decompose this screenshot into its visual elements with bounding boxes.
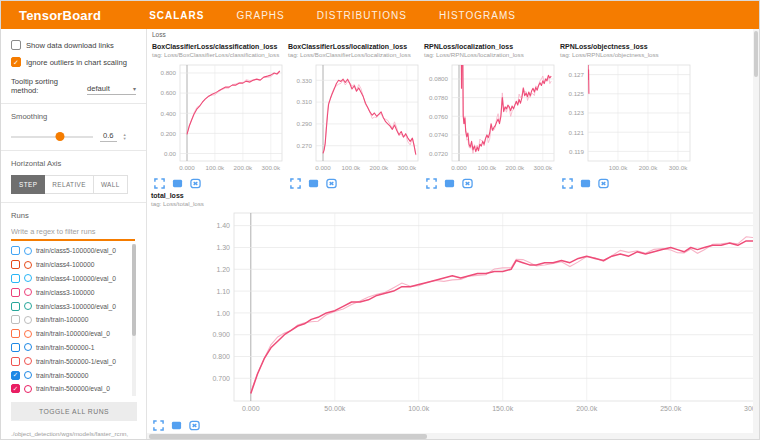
expand-icon[interactable] bbox=[290, 178, 301, 189]
run-checkbox[interactable] bbox=[11, 329, 20, 338]
chart-plot[interactable]: 0.000100.0k200.0k300.0k0.2700.2900.3100.… bbox=[286, 59, 422, 175]
log-scale-icon[interactable] bbox=[308, 178, 319, 189]
tab-graphs[interactable]: GRAPHS bbox=[236, 10, 284, 21]
expand-icon[interactable] bbox=[426, 178, 437, 189]
tooltip-sorting-dropdown[interactable]: default ▾ bbox=[87, 84, 136, 95]
runs-scrollbar-thumb[interactable] bbox=[132, 244, 136, 336]
main-horizontal-scrollbar[interactable] bbox=[147, 433, 759, 440]
run-row[interactable]: train/class3-100000 bbox=[11, 285, 136, 299]
run-color-circle[interactable] bbox=[24, 385, 32, 393]
svg-text:0.00: 0.00 bbox=[164, 150, 177, 157]
chart-card-total-loss: total_loss tag: Loss/total_loss 0.00050.… bbox=[149, 192, 759, 431]
fit-domain-icon[interactable] bbox=[598, 178, 609, 189]
main-horizontal-scrollbar-thumb[interactable] bbox=[149, 434, 427, 439]
run-row[interactable]: train/class5-100000/eval_0 bbox=[11, 244, 136, 258]
run-color-circle[interactable] bbox=[24, 274, 32, 282]
chart-title: total_loss bbox=[149, 192, 759, 200]
runs-filter-input[interactable] bbox=[11, 223, 135, 241]
run-row[interactable]: train/train-100000 bbox=[11, 313, 136, 327]
svg-text:0.000: 0.000 bbox=[315, 164, 331, 171]
run-color-circle[interactable] bbox=[24, 357, 32, 365]
ignore-outliers-row[interactable]: ✓ Ignore outliers in chart scaling bbox=[11, 57, 136, 67]
fit-domain-icon[interactable] bbox=[189, 420, 200, 431]
run-checkbox[interactable]: ✓ bbox=[11, 371, 20, 380]
log-scale-icon[interactable] bbox=[171, 420, 182, 431]
run-row[interactable]: train/class4-100000 bbox=[11, 258, 136, 272]
run-color-circle[interactable] bbox=[24, 330, 32, 338]
run-row[interactable]: train/train-500000-1/eval_0 bbox=[11, 354, 136, 368]
settings-sidebar: Show data download links ✓ Ignore outlie… bbox=[1, 29, 147, 440]
axis-relative-button[interactable]: RELATIVE bbox=[45, 175, 94, 194]
log-scale-icon[interactable] bbox=[444, 178, 455, 189]
svg-text:100.0k: 100.0k bbox=[609, 164, 628, 171]
run-color-circle[interactable] bbox=[24, 261, 32, 269]
chart-tag: tag: Loss/RPNLoss/objectness_loss bbox=[558, 51, 694, 59]
run-row[interactable]: train/class4-100000/eval_0 bbox=[11, 272, 136, 286]
logdir-path: ./object_detection/wgs/models/faster_rcn… bbox=[11, 429, 131, 440]
run-checkbox[interactable] bbox=[11, 302, 20, 311]
run-color-circle[interactable] bbox=[24, 288, 32, 296]
expand-icon[interactable] bbox=[562, 178, 573, 189]
chart-plot[interactable]: 0.00050.00k100.0k150.0k200.0k250.0k300.0… bbox=[149, 208, 759, 417]
smoothing-value-input[interactable]: 0.6 bbox=[100, 131, 117, 142]
slider-thumb[interactable] bbox=[56, 132, 65, 141]
chart-plot[interactable]: 0.000100.0k200.0k300.0k0.07200.07400.076… bbox=[422, 59, 558, 175]
svg-text:200.0k: 200.0k bbox=[234, 164, 253, 171]
show-download-links-row[interactable]: Show data download links bbox=[11, 40, 136, 50]
expand-icon[interactable] bbox=[154, 178, 165, 189]
fit-domain-icon[interactable] bbox=[462, 178, 473, 189]
svg-text:150.0k: 150.0k bbox=[492, 405, 514, 412]
run-color-circle[interactable] bbox=[24, 343, 32, 351]
show-download-links-checkbox[interactable] bbox=[11, 40, 21, 50]
tab-scalars[interactable]: SCALARS bbox=[149, 10, 204, 21]
runs-list[interactable]: train/class5-100000/eval_0train/class4-1… bbox=[11, 244, 136, 396]
run-row[interactable]: ✓train/train-500000/eval_0 bbox=[11, 382, 136, 396]
nav-tabs: SCALARS GRAPHS DISTRIBUTIONS HISTOGRAMS bbox=[149, 10, 516, 21]
tensorboard-window: TensorBoard SCALARS GRAPHS DISTRIBUTIONS… bbox=[0, 0, 760, 440]
run-checkbox[interactable] bbox=[11, 288, 20, 297]
expand-icon[interactable] bbox=[153, 420, 164, 431]
fit-domain-icon[interactable] bbox=[190, 178, 201, 189]
run-color-circle[interactable] bbox=[24, 371, 32, 379]
tab-histograms[interactable]: HISTOGRAMS bbox=[439, 10, 516, 21]
stepper-arrows-icon[interactable]: ▴▾ bbox=[124, 133, 126, 141]
run-checkbox[interactable]: ✓ bbox=[11, 384, 20, 393]
run-row[interactable]: ✓train/train-500000 bbox=[11, 368, 136, 382]
run-checkbox[interactable] bbox=[11, 260, 20, 269]
log-scale-icon[interactable] bbox=[172, 178, 183, 189]
chart-tag: tag: Loss/BoxClassifierLoss/classificati… bbox=[150, 51, 286, 59]
run-checkbox[interactable] bbox=[11, 357, 20, 366]
svg-text:300.0k: 300.0k bbox=[398, 164, 417, 171]
run-row[interactable]: train/train-500000-1 bbox=[11, 341, 136, 355]
run-label: train/train-100000 bbox=[36, 316, 88, 323]
fit-domain-icon[interactable] bbox=[326, 178, 337, 189]
svg-text:0.119: 0.119 bbox=[569, 148, 585, 155]
chart-plot[interactable]: 100.0k200.0k300.0k0.1190.1210.1230.1250.… bbox=[558, 59, 694, 175]
log-scale-icon[interactable] bbox=[580, 178, 591, 189]
main-vertical-scrollbar[interactable] bbox=[753, 29, 759, 440]
run-checkbox[interactable] bbox=[11, 246, 20, 255]
svg-text:0.700: 0.700 bbox=[212, 375, 230, 382]
ignore-outliers-checkbox[interactable]: ✓ bbox=[11, 57, 21, 67]
run-row[interactable]: train/train-100000/eval_0 bbox=[11, 327, 136, 341]
chart-plot[interactable]: 0.000100.0k200.0k300.0k0.000.2000.4000.6… bbox=[150, 59, 286, 175]
smoothing-slider[interactable] bbox=[11, 136, 93, 138]
svg-text:0.600: 0.600 bbox=[161, 89, 177, 96]
main-vertical-scrollbar-thumb[interactable] bbox=[754, 31, 758, 77]
run-checkbox[interactable] bbox=[11, 315, 20, 324]
run-color-circle[interactable] bbox=[24, 302, 32, 310]
run-row[interactable]: train/class3-100000/eval_0 bbox=[11, 299, 136, 313]
run-color-circle[interactable] bbox=[24, 316, 32, 324]
run-checkbox[interactable] bbox=[11, 343, 20, 352]
tooltip-sorting-value: default bbox=[87, 84, 110, 93]
axis-wall-button[interactable]: WALL bbox=[94, 175, 128, 194]
toggle-all-runs-button[interactable]: TOGGLE ALL RUNS bbox=[11, 402, 137, 421]
loss-group-label[interactable]: Loss bbox=[152, 31, 166, 38]
axis-step-button[interactable]: STEP bbox=[11, 175, 45, 194]
tab-distributions[interactable]: DISTRIBUTIONS bbox=[317, 10, 407, 21]
run-label: train/class4-100000 bbox=[36, 261, 94, 268]
run-color-circle[interactable] bbox=[24, 247, 32, 255]
svg-text:300.0k: 300.0k bbox=[262, 164, 281, 171]
runs-scrollbar[interactable] bbox=[132, 244, 136, 396]
run-checkbox[interactable] bbox=[11, 274, 20, 283]
